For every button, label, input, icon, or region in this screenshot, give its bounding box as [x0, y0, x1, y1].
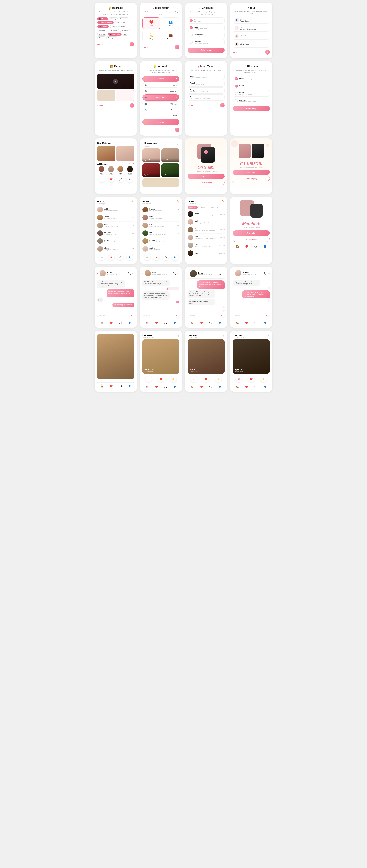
send-button[interactable]: ➤ [175, 314, 177, 317]
next-button[interactable]: › [220, 103, 225, 107]
nav-heart[interactable]: ❤️ [110, 385, 113, 388]
chat-btn[interactable]: 💬 [117, 254, 123, 260]
keep-swiping-button[interactable]: Keep Swiping [233, 237, 270, 242]
send-button[interactable]: ➤ [221, 314, 223, 317]
heart-btn[interactable]: ❤️ [108, 254, 114, 260]
tag-shopping[interactable]: Shopping [97, 33, 107, 36]
profile-btn[interactable]: 👤 [126, 254, 133, 260]
profile-btn[interactable]: 👤 [172, 254, 178, 260]
inbox-row-tina[interactable]: Tina Are we still on for next months tri… [188, 234, 225, 242]
tag-traveling[interactable]: ✈️ Traveling [97, 25, 109, 28]
back-button[interactable]: ‹ [233, 272, 234, 275]
main-profile-card[interactable]: Jenna, 24 3 miles away [142, 339, 179, 374]
interest-movies[interactable]: 🎬 Movies [142, 83, 179, 88]
nav-home[interactable]: 🏠 [146, 321, 148, 324]
next-button[interactable]: › [130, 42, 134, 46]
nav-chat[interactable]: 💬 [209, 321, 212, 324]
next-button[interactable]: › [175, 45, 179, 49]
chat-btn[interactable]: 💬 [163, 254, 169, 260]
match-skylar[interactable]: Skylar, 23 8 miles [142, 148, 160, 162]
nav-home[interactable]: 🏠 [146, 385, 148, 389]
tag-gambling[interactable]: Gambling [97, 29, 107, 32]
inbox-row-kendra[interactable]: Kendra No the photos, thanks fo... [142, 237, 179, 245]
nav-profile[interactable]: 👤 [128, 385, 131, 388]
inbox-row-jackie[interactable]: Jackie Sorry about, and our... WED [97, 237, 134, 245]
interest-music[interactable]: 🎵 Music [142, 113, 179, 118]
option-fling[interactable]: Fling Keep it around, no strings attache… [188, 88, 225, 94]
say-hello-button[interactable]: Say Hello [233, 230, 270, 236]
more-icon[interactable]: ··· [267, 272, 270, 275]
edit-icon[interactable]: ✏️ [132, 200, 134, 203]
phone-field[interactable]: 📱 Phone890-11-2222 [233, 41, 270, 48]
photo-add[interactable]: + [116, 90, 134, 101]
nav-chat[interactable]: 💬 [119, 321, 122, 324]
message-button[interactable]: 💬 [117, 176, 123, 182]
chat-input-placeholder[interactable]: Message... [144, 315, 174, 316]
tag-design[interactable]: Design [97, 36, 106, 39]
like-button[interactable]: ❤️ [158, 376, 164, 382]
interest-television[interactable]: 📺 Television [142, 101, 179, 106]
phone-icon[interactable]: 📞 [173, 272, 176, 275]
send-button[interactable]: ➤ [266, 314, 268, 317]
view-all-link[interactable]: View All [129, 163, 134, 165]
nav-home[interactable]: 🏠 [191, 385, 194, 389]
back-button[interactable]: ‹ [188, 272, 189, 275]
home-btn[interactable]: 🏠 [144, 254, 150, 260]
tab-all-friends[interactable]: All Friends [188, 206, 198, 209]
dislike-button[interactable]: ✕ [191, 376, 197, 382]
inbox-row-leah[interactable]: Leah That's my favorite lear... 1M [97, 221, 134, 229]
chat-input-bar[interactable]: Message... ➤ [97, 313, 134, 318]
nav-chat[interactable]: 💬 [164, 385, 167, 389]
like-button[interactable]: ❤️ [203, 376, 209, 382]
nav-home[interactable]: 🏠 [101, 321, 104, 324]
nav-home[interactable]: 🏠 Leah [101, 384, 104, 389]
phone-icon[interactable]: 📞 [263, 272, 266, 275]
nav-heart[interactable]: ❤️ [155, 385, 158, 389]
interest-booknerd[interactable]: 📚 Book Nerd [142, 89, 179, 94]
super-like-button[interactable]: ⭐ [215, 376, 222, 382]
tag-booknerd[interactable]: Book Nerd [118, 18, 129, 20]
match-steph[interactable]: Steph 12 miles [126, 166, 134, 175]
match-ali[interactable]: Ali, 19 7 miles [162, 163, 179, 177]
inbox-row-layla[interactable]: Layla Thanks, you as well [142, 214, 179, 221]
email-field[interactable]: ✉️ Emailjennapop@yahoo.com [233, 25, 270, 32]
nav-home[interactable]: 🏠 [236, 245, 239, 248]
nav-chat[interactable]: 💬 [209, 385, 212, 389]
nav-profile[interactable]: 👤 [263, 385, 266, 389]
tag-swimming[interactable]: Swimming [120, 29, 130, 32]
option-business[interactable]: Business Connect with other like minded … [188, 94, 225, 100]
filter-button[interactable]: ⚙ [267, 335, 270, 338]
more-icon[interactable]: ··· [222, 272, 225, 275]
chat-input-placeholder[interactable]: Message... [190, 315, 220, 316]
inbox-row-lizzy[interactable]: Lizzy You sure, I'll let them know... 12… [188, 242, 225, 249]
main-photo[interactable]: ⊕ [97, 73, 134, 89]
inbox-row-brianna[interactable]: Brianna Was great hanging out JIM [142, 206, 179, 214]
name-field[interactable]: 👤 NameAshley Jones [233, 17, 270, 24]
nav-heart[interactable]: ❤️ [110, 321, 113, 324]
filter-button[interactable]: ⚙ [177, 335, 179, 338]
next-button[interactable]: › [175, 128, 179, 132]
nav-profile[interactable]: 👤 [128, 321, 131, 324]
interest-cooking[interactable]: 🍳 Cooking ✓ [142, 76, 179, 82]
tag-technology[interactable]: Technology [108, 29, 119, 32]
tag-photography[interactable]: Photography [106, 36, 118, 39]
option-love[interactable]: ❤️ Love [142, 18, 160, 29]
interest-fitness[interactable]: 💪 Fitness ✓ [142, 119, 179, 125]
finish-setup-button[interactable]: Finish Setup [233, 106, 270, 111]
nav-heart[interactable]: ❤️ [245, 245, 248, 248]
filter-button[interactable]: ⚙ [222, 335, 225, 338]
inbox-row-alyssa[interactable]: Alyssa Today this Tuesday 🎉 TUE [97, 245, 134, 253]
inbox-row-blake[interactable]: Blake That sounds like fun! I'll see you… [188, 210, 225, 218]
tag-music[interactable]: 🎵 Music Enthusiast [97, 21, 114, 24]
nav-home[interactable]: 🏠 [236, 321, 239, 324]
super-like-button[interactable]: ⭐ [170, 376, 176, 382]
say-hello-button[interactable]: Say Hello [233, 169, 270, 175]
heart-btn[interactable]: ❤️ [153, 254, 160, 260]
home-btn[interactable]: 🏠 [99, 254, 105, 260]
close-button[interactable]: ✕ [99, 176, 105, 182]
match-photo-right[interactable] [116, 146, 134, 161]
inbox-row-jordyn[interactable]: Jordyn Had a great time! 1S [142, 245, 179, 253]
option-friends[interactable]: 👥 Friends [162, 18, 179, 29]
nav-home[interactable]: 🏠 [236, 385, 239, 389]
next-button[interactable]: › [130, 103, 134, 107]
